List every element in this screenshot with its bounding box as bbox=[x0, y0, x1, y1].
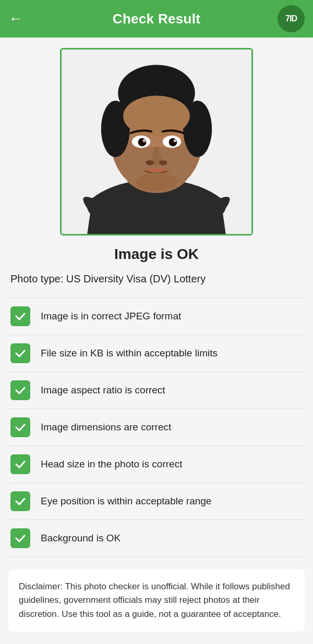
check-label-aspectratio: Image aspect ratio is correct bbox=[41, 384, 165, 397]
check-item-eyeposition: Eye position is within acceptable range bbox=[8, 483, 305, 520]
check-label-eyeposition: Eye position is within acceptable range bbox=[41, 495, 211, 508]
check-icon-jpeg bbox=[10, 306, 30, 326]
check-icon-aspectratio bbox=[10, 380, 30, 400]
svg-point-15 bbox=[173, 139, 176, 142]
check-item-dimensions: Image dimensions are correct bbox=[8, 409, 305, 446]
result-status: Image is OK bbox=[114, 246, 199, 263]
photo-type-label: Photo type: US Diversity Visa (DV) Lotte… bbox=[8, 273, 206, 285]
check-item-background: Background is OK bbox=[8, 520, 305, 557]
check-item-jpeg: Image is in correct JPEG format bbox=[8, 298, 305, 335]
svg-point-17 bbox=[159, 160, 167, 165]
check-icon-eyeposition bbox=[10, 491, 30, 511]
check-item-filesize: File size in KB is within acceptable lim… bbox=[8, 335, 305, 372]
svg-point-18 bbox=[136, 172, 177, 191]
check-item-aspectratio: Image aspect ratio is correct bbox=[8, 372, 305, 409]
check-icon-filesize bbox=[10, 343, 30, 363]
photo-frame bbox=[60, 48, 253, 236]
svg-point-12 bbox=[138, 138, 147, 146]
app-header: ← Check Result 7ID bbox=[0, 0, 313, 38]
check-label-dimensions: Image dimensions are correct bbox=[41, 421, 171, 434]
back-button[interactable]: ← bbox=[8, 10, 23, 27]
svg-point-9 bbox=[123, 96, 190, 137]
check-label-background: Background is OK bbox=[41, 532, 121, 545]
portrait-image bbox=[62, 49, 251, 234]
check-icon-headsize bbox=[10, 454, 30, 474]
check-label-headsize: Head size in the photo is correct bbox=[41, 458, 182, 471]
check-list: Image is in correct JPEG format File siz… bbox=[8, 298, 305, 557]
disclaimer-text: Disclaimer: This photo checker is unoffi… bbox=[19, 580, 294, 621]
svg-point-14 bbox=[142, 139, 146, 142]
app-logo: 7ID bbox=[278, 5, 305, 32]
svg-point-16 bbox=[146, 160, 154, 165]
disclaimer-box: Disclaimer: This photo checker is unoffi… bbox=[8, 569, 305, 631]
check-label-filesize: File size in KB is within acceptable lim… bbox=[41, 347, 218, 360]
main-content: Image is OK Photo type: US Diversity Vis… bbox=[0, 38, 313, 642]
check-icon-dimensions bbox=[10, 417, 30, 437]
svg-point-13 bbox=[169, 138, 177, 146]
check-label-jpeg: Image is in correct JPEG format bbox=[41, 310, 181, 323]
page-title: Check Result bbox=[113, 11, 200, 27]
check-icon-background bbox=[10, 528, 30, 548]
check-item-headsize: Head size in the photo is correct bbox=[8, 446, 305, 483]
svg-point-8 bbox=[143, 70, 174, 92]
